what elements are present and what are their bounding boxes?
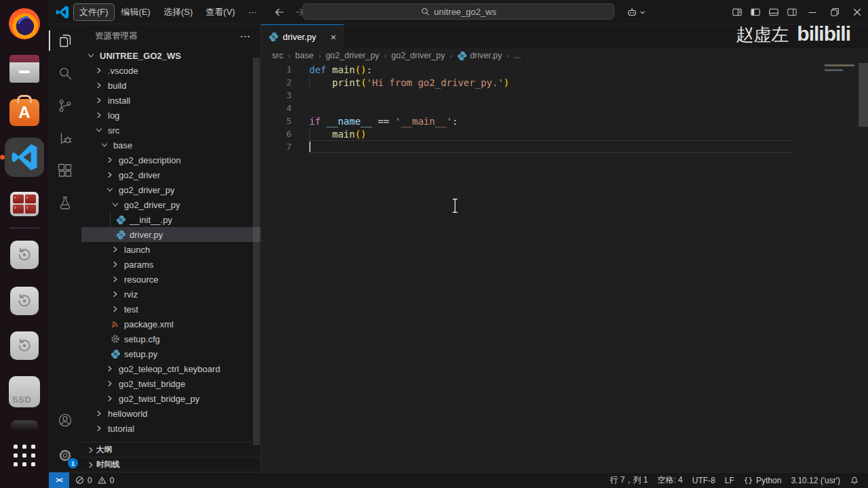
tree-item-tutorial[interactable]: tutorial — [81, 421, 260, 436]
tree-item-launch[interactable]: launch — [81, 242, 260, 257]
tree-item-go2-twist-bridge-py[interactable]: go2_twist_bridge_py — [81, 391, 260, 406]
code-editor[interactable]: 1def main():2 print('Hi from go2_driver_… — [261, 63, 868, 472]
chevron-right-icon[interactable] — [94, 110, 104, 121]
tree-item-params[interactable]: params — [81, 257, 260, 272]
chevron-right-icon[interactable] — [94, 65, 104, 76]
chevron-right-icon[interactable] — [110, 274, 121, 285]
tree-item-go2-teleop-ctrl-keyboard[interactable]: go2_teleop_ctrl_keyboard — [81, 361, 260, 376]
chevron-right-icon[interactable] — [104, 155, 115, 165]
status-python-interpreter[interactable]: 3.10.12 ('usr') — [786, 476, 845, 485]
sidebar-more-actions[interactable]: ··· — [241, 32, 252, 41]
chevron-right-icon[interactable] — [94, 423, 104, 434]
activity-extensions[interactable] — [49, 155, 81, 187]
tree-item-build[interactable]: build — [81, 78, 260, 93]
tree-item-base[interactable]: base — [81, 138, 260, 152]
breadcrumb-item-[interactable]: ... — [514, 51, 521, 60]
tree-item-init-py[interactable]: __init__.py — [81, 212, 260, 227]
tree-item-setup-py[interactable]: setup.py — [81, 346, 260, 361]
tree-item-driver-py[interactable]: driver.py — [81, 227, 260, 242]
remote-indicator[interactable]: >< — [49, 472, 69, 488]
app-grid-button[interactable] — [14, 445, 35, 466]
minimize-button[interactable] — [801, 0, 823, 24]
tree-item-rviz[interactable]: rviz — [81, 287, 260, 302]
chevron-down-icon[interactable] — [85, 50, 96, 61]
chevron-down-icon[interactable] — [104, 184, 115, 195]
tree-item-go2-description[interactable]: go2_description — [81, 152, 260, 167]
section-outline[interactable]: 大纲 — [81, 442, 260, 457]
firefox-icon[interactable] — [9, 8, 40, 39]
command-center-search[interactable]: unitree_go2_ws — [302, 3, 614, 20]
removable-media-1-icon[interactable] — [10, 241, 39, 269]
status-cursor-position[interactable]: 行 7，列 1 — [605, 474, 652, 486]
chevron-right-icon[interactable] — [104, 393, 115, 404]
chevron-right-icon[interactable] — [110, 304, 121, 314]
back-arrow-icon[interactable] — [274, 7, 285, 18]
vscode-dock-icon[interactable] — [5, 138, 44, 177]
menu-edit[interactable]: 编辑(E) — [115, 3, 157, 21]
status-encoding[interactable]: UTF-8 — [688, 476, 720, 485]
chevron-down-icon[interactable] — [94, 125, 104, 136]
chevron-right-icon[interactable] — [110, 244, 121, 255]
breadcrumb-item-driver-py[interactable]: driver.py — [457, 51, 502, 61]
tree-item-go2-driver-py[interactable]: go2_driver_py — [81, 197, 260, 212]
section-timeline[interactable]: 时间线 — [81, 457, 260, 472]
customize-layout-button[interactable] — [728, 0, 746, 24]
breadcrumb-item-base[interactable]: base — [295, 51, 313, 60]
menu-view[interactable]: 查看(V) — [199, 3, 241, 21]
removable-media-2-icon[interactable] — [10, 287, 39, 315]
menu-selection[interactable]: 选择(S) — [157, 3, 199, 21]
chevron-right-icon[interactable] — [94, 95, 104, 106]
activity-run-and-debug[interactable] — [49, 122, 81, 155]
tree-item-package-xml[interactable]: package.xml — [81, 317, 260, 331]
chevron-right-icon[interactable] — [110, 289, 121, 300]
status-eol[interactable]: LF — [720, 476, 739, 485]
tree-item-install[interactable]: install — [81, 93, 260, 108]
status-language-mode[interactable]: {}Python — [739, 476, 787, 485]
toggle-panel-button[interactable] — [764, 0, 783, 24]
chevron-down-icon[interactable] — [99, 140, 110, 150]
menu-more[interactable]: ··· — [242, 4, 263, 20]
tree-item-go2-driver[interactable]: go2_driver — [81, 167, 260, 182]
tree-item-vscode[interactable]: .vscode — [81, 63, 260, 78]
chevron-right-icon[interactable] — [110, 259, 121, 270]
tree-item-test[interactable]: test — [81, 302, 260, 317]
activity-search[interactable] — [49, 57, 81, 89]
tree-root[interactable]: UNITREE_GO2_WS — [81, 48, 260, 63]
activity-explorer[interactable] — [49, 24, 81, 57]
chevron-right-icon[interactable] — [94, 80, 104, 91]
activity-settings[interactable]: 1 — [49, 439, 81, 472]
breadcrumb-item-go2-driver-py[interactable]: go2_driver_py — [326, 51, 379, 60]
tab-driver-py[interactable]: driver.py × — [261, 24, 344, 48]
toggle-secondary-sidebar-button[interactable] — [783, 0, 801, 24]
breadcrumb-item-go2-driver-py[interactable]: go2_driver_py — [391, 51, 445, 60]
menu-file[interactable]: 文件(F) — [73, 3, 115, 21]
copilot-button[interactable] — [627, 0, 646, 24]
chevron-right-icon[interactable] — [85, 445, 96, 455]
status-notifications[interactable] — [845, 476, 864, 485]
minimap[interactable] — [823, 63, 859, 144]
tree-item-log[interactable]: log — [81, 108, 260, 123]
chevron-down-icon[interactable] — [110, 199, 121, 210]
file-manager-icon[interactable] — [9, 60, 39, 83]
chevron-right-icon[interactable] — [104, 169, 115, 180]
tree-item-go2-driver-py[interactable]: go2_driver_py — [81, 182, 260, 197]
toggle-primary-sidebar-button[interactable] — [746, 0, 764, 24]
close-button[interactable] — [846, 0, 868, 24]
problems-status[interactable]: 0 0 — [69, 476, 122, 485]
removable-media-3-icon[interactable] — [10, 331, 39, 360]
tree-item-go2-twist-bridge[interactable]: go2_twist_bridge — [81, 376, 260, 391]
activity-source-control[interactable] — [49, 89, 81, 122]
tree-item-resource[interactable]: resource — [81, 272, 260, 287]
tree-item-src[interactable]: src — [81, 123, 260, 138]
tree-item-setup-cfg[interactable]: setup.cfg — [81, 331, 260, 346]
breadcrumb-item-src[interactable]: src — [272, 51, 283, 60]
restore-button[interactable] — [823, 0, 846, 24]
ssd-drive-icon[interactable]: SSD — [9, 376, 40, 407]
activity-testing[interactable] — [49, 187, 81, 220]
editor-scrollbar[interactable] — [859, 63, 868, 127]
terminator-terminal-icon[interactable] — [10, 192, 39, 216]
status-indentation[interactable]: 空格: 4 — [652, 474, 687, 486]
chevron-right-icon[interactable] — [104, 363, 115, 374]
chevron-right-icon[interactable] — [85, 460, 96, 470]
activity-account[interactable] — [49, 404, 81, 436]
